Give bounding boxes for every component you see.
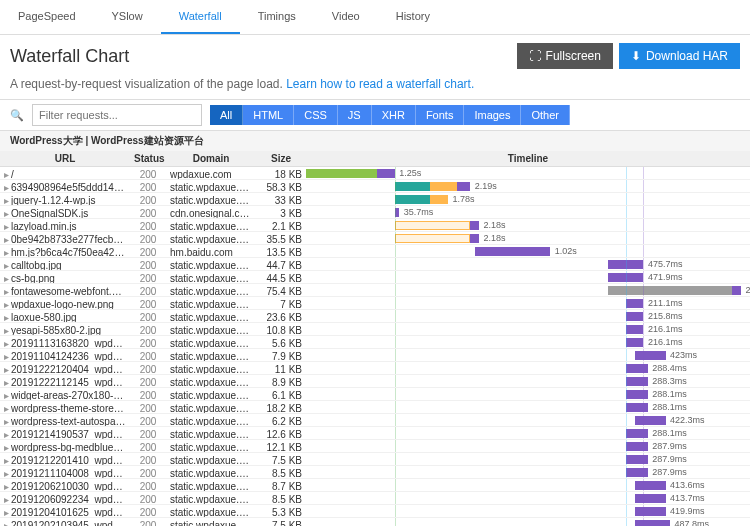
timeline-cell[interactable]: 288.1ms (306, 388, 750, 401)
url-cell[interactable]: ▸wordpress-bg-medblue-270x1... (0, 440, 130, 453)
url-cell[interactable]: ▸jquery-1.12.4-wp.js (0, 193, 130, 206)
status-cell: 200 (130, 193, 166, 206)
status-cell: 200 (130, 466, 166, 479)
url-cell[interactable]: ▸OneSignalSDK.js (0, 206, 130, 219)
fullscreen-button[interactable]: ⛶ Fullscreen (517, 43, 613, 69)
url-cell[interactable]: ▸wpdaxue-logo-new.png (0, 297, 130, 310)
timeline-cell[interactable]: 475.7ms (306, 258, 750, 271)
timeline-cell[interactable]: 287.9ms (306, 466, 750, 479)
size-cell: 7 KB (256, 297, 306, 310)
url-cell[interactable]: ▸widget-areas-270x180-c.jpg (0, 388, 130, 401)
url-cell[interactable]: ▸20191214190537_wpdaxue_co... (0, 427, 130, 440)
url-cell[interactable]: ▸yesapi-585x80-2.jpg (0, 323, 130, 336)
url-cell[interactable]: ▸20191104124236_wpdaxue_co... (0, 349, 130, 362)
filter-other[interactable]: Other (521, 105, 570, 125)
url-cell[interactable]: ▸20191202103945_wpdaxue_co... (0, 518, 130, 526)
size-cell: 7.5 KB (256, 518, 306, 526)
col-domain[interactable]: Domain (166, 151, 256, 167)
tab-timings[interactable]: Timings (240, 0, 314, 34)
filter-images[interactable]: Images (464, 105, 521, 125)
col-url[interactable]: URL (0, 151, 130, 167)
url-cell[interactable]: ▸20191113163820_wpdaxue_co... (0, 336, 130, 349)
status-cell: 200 (130, 180, 166, 193)
col-timeline[interactable]: Timeline (306, 151, 750, 167)
url-cell[interactable]: ▸20191206210030_wpdaxue_co... (0, 479, 130, 492)
timeline-cell[interactable]: 471.9ms (306, 271, 750, 284)
timeline-cell[interactable]: 419.9ms (306, 505, 750, 518)
timeline-cell[interactable]: 288.1ms (306, 401, 750, 414)
url-cell[interactable]: ▸calltobg.jpg (0, 258, 130, 271)
timeline-cell[interactable]: 2.18s (306, 232, 750, 245)
timeline-cell[interactable]: 487.8ms (306, 518, 750, 526)
url-cell[interactable]: ▸20191222120404_wpdaxue_co... (0, 362, 130, 375)
url-cell[interactable]: ▸0be942b8733e277fecb0db4ea... (0, 232, 130, 245)
url-cell[interactable]: ▸hm.js?b6ca4c7f50ea42579ccb... (0, 245, 130, 258)
status-cell: 200 (130, 349, 166, 362)
url-cell[interactable]: ▸wordpress-text-autospace-20... (0, 414, 130, 427)
timeline-cell[interactable]: 288.3ms (306, 375, 750, 388)
timeline-cell[interactable]: 211.1ms (306, 297, 750, 310)
url-cell[interactable]: ▸laoxue-580.jpg (0, 310, 130, 323)
timeline-cell[interactable]: 288.4ms (306, 362, 750, 375)
size-cell: 18.2 KB (256, 401, 306, 414)
learn-link[interactable]: Learn how to read a waterfall chart. (286, 77, 474, 91)
domain-cell: static.wpdaxue.com (166, 232, 256, 245)
size-cell: 7.5 KB (256, 453, 306, 466)
size-cell: 11 KB (256, 362, 306, 375)
timeline-cell[interactable]: 413.7ms (306, 492, 750, 505)
timeline-cell[interactable]: 1.25s (306, 167, 750, 180)
status-cell: 200 (130, 258, 166, 271)
timeline-cell[interactable]: 215.8ms (306, 310, 750, 323)
search-icon: 🔍 (10, 109, 24, 122)
domain-cell: static.wpdaxue.com (166, 362, 256, 375)
domain-cell: static.wpdaxue.com (166, 271, 256, 284)
domain-cell: static.wpdaxue.com (166, 336, 256, 349)
timeline-cell[interactable]: 287.9ms (306, 453, 750, 466)
timeline-cell[interactable]: 422.3ms (306, 414, 750, 427)
timeline-cell[interactable]: 288.1ms (306, 427, 750, 440)
url-cell[interactable]: ▸cs-bg.png (0, 271, 130, 284)
size-cell: 35.5 KB (256, 232, 306, 245)
timeline-cell[interactable]: 2.18s (306, 219, 750, 232)
filter-html[interactable]: HTML (243, 105, 294, 125)
download-har-button[interactable]: ⬇ Download HAR (619, 43, 740, 69)
col-size[interactable]: Size (256, 151, 306, 167)
size-cell: 13.5 KB (256, 245, 306, 258)
status-cell: 200 (130, 492, 166, 505)
tab-yslow[interactable]: YSlow (94, 0, 161, 34)
col-status[interactable]: Status (130, 151, 166, 167)
url-cell[interactable]: ▸/ (0, 167, 130, 180)
url-cell[interactable]: ▸20191206092234_wpdaxue_co... (0, 492, 130, 505)
filter-css[interactable]: CSS (294, 105, 338, 125)
tab-pagespeed[interactable]: PageSpeed (0, 0, 94, 34)
timeline-cell[interactable]: 216.1ms (306, 323, 750, 336)
domain-cell: static.wpdaxue.com (166, 297, 256, 310)
timeline-cell[interactable]: 413.6ms (306, 479, 750, 492)
filter-js[interactable]: JS (338, 105, 372, 125)
filter-all[interactable]: All (210, 105, 243, 125)
timeline-cell[interactable]: 1.78s (306, 193, 750, 206)
timeline-cell[interactable]: 2.19s (306, 180, 750, 193)
filter-xhr[interactable]: XHR (372, 105, 416, 125)
url-cell[interactable]: ▸20191212201410_wpdaxue_co... (0, 453, 130, 466)
timeline-cell[interactable]: 287.9ms (306, 440, 750, 453)
timeline-cell[interactable]: 2.15s (306, 284, 750, 297)
filter-input[interactable] (32, 104, 202, 126)
tab-history[interactable]: History (378, 0, 448, 34)
url-cell[interactable]: ▸lazyload.min.js (0, 219, 130, 232)
status-cell: 200 (130, 167, 166, 180)
url-cell[interactable]: ▸6394908964e5f5ddd1441f8fa5... (0, 180, 130, 193)
timeline-cell[interactable]: 216.1ms (306, 336, 750, 349)
url-cell[interactable]: ▸fontawesome-webfont.woff2?... (0, 284, 130, 297)
url-cell[interactable]: ▸wordpress-theme-storeys-pro... (0, 401, 130, 414)
filter-fonts[interactable]: Fonts (416, 105, 465, 125)
url-cell[interactable]: ▸20191204101625_wpdaxue_co... (0, 505, 130, 518)
timeline-cell[interactable]: 35.7ms (306, 206, 750, 219)
url-cell[interactable]: ▸20191222112145_wpdaxue_co... (0, 375, 130, 388)
desc-text: A request-by-request visualization of th… (10, 77, 286, 91)
timeline-cell[interactable]: 423ms (306, 349, 750, 362)
url-cell[interactable]: ▸20191211104008_wpdaxue_co... (0, 466, 130, 479)
timeline-cell[interactable]: 1.02s (306, 245, 750, 258)
tab-video[interactable]: Video (314, 0, 378, 34)
tab-waterfall[interactable]: Waterfall (161, 0, 240, 34)
